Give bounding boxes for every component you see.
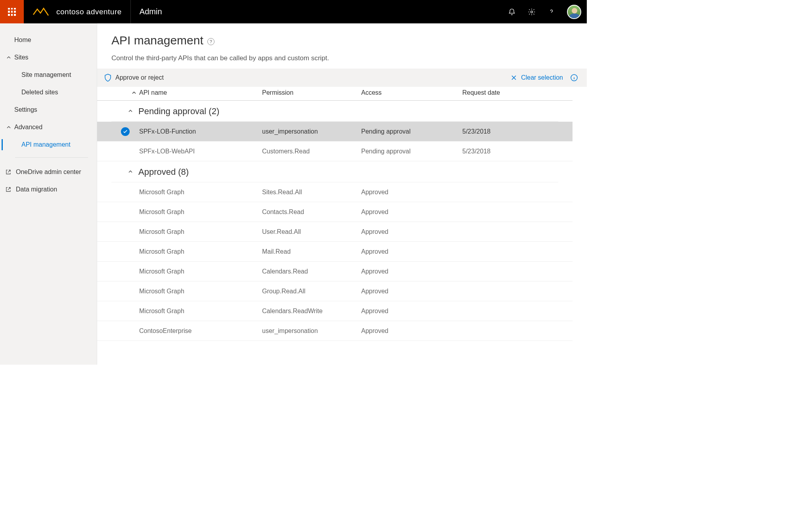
bell-icon (508, 8, 516, 16)
open-external-icon (5, 186, 12, 193)
col-access[interactable]: Access (361, 89, 462, 96)
svg-point-0 (531, 11, 533, 13)
table-row[interactable]: SPFx-LOB-Functionuser_impersonationPendi… (97, 122, 573, 142)
page-description: Control the third-party APIs that can be… (111, 54, 573, 62)
chevron-up-icon (127, 106, 134, 117)
table-row[interactable]: Microsoft GraphContacts.ReadApproved (97, 202, 573, 222)
group-pending-header[interactable]: Pending approval (2) (111, 101, 558, 122)
table-header: API name Permission Access Request date (97, 87, 573, 101)
api-table: API name Permission Access Request date … (97, 87, 587, 341)
help-icon (548, 8, 555, 16)
chevron-up-icon (5, 55, 13, 60)
cell-access: Approved (361, 288, 462, 295)
nav-label: Advanced (14, 124, 42, 131)
top-bar: contoso adventure Admin (0, 0, 587, 23)
nav-api-management[interactable]: API management (0, 136, 97, 153)
nav-home[interactable]: Home (0, 31, 97, 49)
app-launcher[interactable] (0, 0, 24, 23)
notifications-button[interactable] (502, 0, 522, 23)
clear-selection-button[interactable]: Clear selection (511, 74, 563, 81)
cell-api: Microsoft Graph (139, 189, 262, 196)
row-selector[interactable] (111, 127, 139, 136)
open-external-icon (5, 169, 12, 175)
table-row[interactable]: Microsoft GraphCalendars.ReadWriteApprov… (97, 301, 573, 321)
cell-access: Approved (361, 327, 462, 335)
cell-access: Pending approval (361, 148, 462, 155)
chevron-up-icon (5, 125, 13, 130)
cell-access: Approved (361, 189, 462, 196)
col-request-date[interactable]: Request date (462, 89, 534, 96)
sidebar: Home Sites Site management Deleted sites… (0, 23, 97, 365)
page-title-text: API management (111, 34, 203, 47)
app-title: Admin (131, 7, 162, 16)
nav-label: Deleted sites (21, 89, 58, 96)
help-button[interactable] (542, 0, 561, 23)
cell-access: Approved (361, 228, 462, 235)
nav-site-management[interactable]: Site management (0, 66, 97, 84)
cell-permission: Sites.Read.All (262, 189, 361, 196)
nav-settings[interactable]: Settings (0, 101, 97, 119)
cell-api: Microsoft Graph (139, 308, 262, 315)
table-row[interactable]: Microsoft GraphCalendars.ReadApproved (97, 262, 573, 281)
brand[interactable]: contoso adventure (24, 0, 131, 23)
cell-permission: Calendars.Read (262, 268, 361, 275)
group-title: Approved (8) (138, 167, 189, 177)
nav-divider (15, 157, 88, 158)
close-icon (511, 75, 517, 81)
cmd-label: Clear selection (521, 74, 563, 81)
cmd-label: Approve or reject (115, 74, 164, 81)
cell-permission: user_impersonation (262, 327, 361, 335)
page-title: API management ? (111, 34, 573, 47)
chevron-up-icon (131, 90, 137, 96)
table-row[interactable]: SPFx-LOB-WebAPICustomers.ReadPending app… (97, 142, 573, 161)
table-row[interactable]: Microsoft GraphSites.Read.AllApproved (97, 182, 573, 202)
cell-permission: Customers.Read (262, 148, 361, 155)
cell-api: Microsoft Graph (139, 268, 262, 275)
group-approved-header[interactable]: Approved (8) (111, 161, 558, 182)
nav-data-migration[interactable]: Data migration (0, 181, 97, 198)
table-row[interactable]: Microsoft GraphGroup.Read.AllApproved (97, 281, 573, 301)
nav-label: API management (21, 141, 71, 148)
nav-sites[interactable]: Sites (0, 49, 97, 66)
cell-permission: User.Read.All (262, 228, 361, 235)
logo-icon (33, 8, 52, 16)
cell-api: SPFx-LOB-WebAPI (139, 148, 262, 155)
nav-onedrive-admin[interactable]: OneDrive admin center (0, 163, 97, 181)
command-bar: Approve or reject Clear selection (97, 69, 587, 87)
nav-label: Sites (14, 54, 29, 61)
cell-api: ContosoEnterprise (139, 327, 262, 335)
nav-label: Site management (21, 71, 71, 78)
group-title: Pending approval (2) (138, 106, 219, 117)
brand-text: contoso adventure (56, 8, 122, 16)
chevron-up-icon (127, 167, 134, 177)
table-row[interactable]: Microsoft GraphUser.Read.AllApproved (97, 222, 573, 242)
table-row[interactable]: ContosoEnterpriseuser_impersonationAppro… (97, 321, 573, 341)
nav-label: OneDrive admin center (16, 168, 81, 176)
cell-access: Pending approval (361, 128, 462, 135)
col-permission[interactable]: Permission (262, 89, 361, 96)
sort-indicator[interactable] (111, 90, 139, 96)
user-avatar[interactable] (567, 5, 581, 19)
cell-api: Microsoft Graph (139, 248, 262, 255)
cell-permission: user_impersonation (262, 128, 361, 135)
approve-reject-button[interactable]: Approve or reject (104, 74, 164, 82)
nav-label: Home (14, 36, 31, 44)
info-button[interactable] (569, 74, 580, 82)
cell-access: Approved (361, 209, 462, 216)
cell-api: Microsoft Graph (139, 288, 262, 295)
shield-icon (104, 74, 111, 82)
page-header: API management ? Control the third-party… (97, 23, 587, 69)
settings-button[interactable] (522, 0, 542, 23)
nav-advanced[interactable]: Advanced (0, 119, 97, 136)
help-info-icon[interactable]: ? (207, 38, 214, 45)
cell-permission: Contacts.Read (262, 209, 361, 216)
cell-api: Microsoft Graph (139, 228, 262, 235)
cell-permission: Mail.Read (262, 248, 361, 255)
nav-deleted-sites[interactable]: Deleted sites (0, 84, 97, 101)
nav-label: Settings (14, 106, 37, 113)
info-icon (570, 74, 578, 82)
col-api-name[interactable]: API name (139, 89, 262, 96)
cell-access: Approved (361, 248, 462, 255)
table-row[interactable]: Microsoft GraphMail.ReadApproved (97, 242, 573, 262)
cell-api: Microsoft Graph (139, 209, 262, 216)
